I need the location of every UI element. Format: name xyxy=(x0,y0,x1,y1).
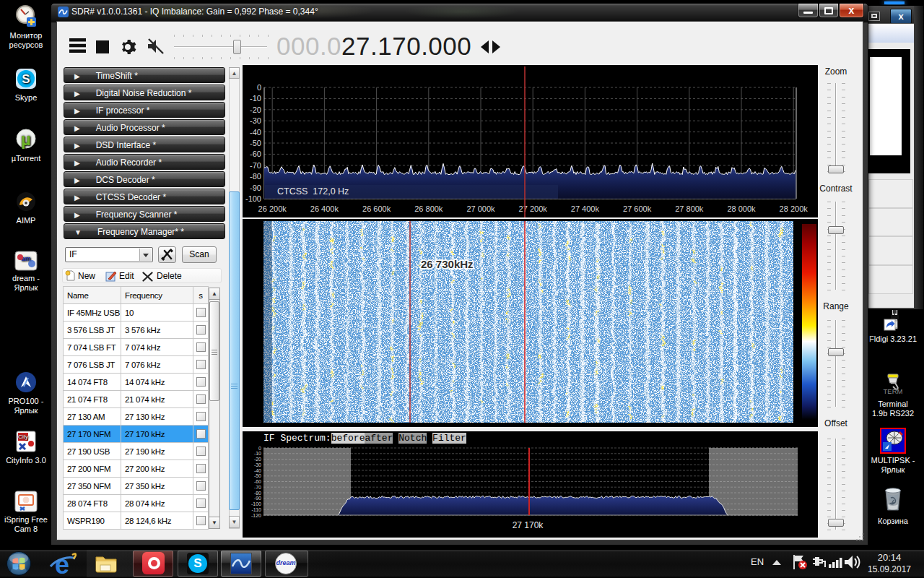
svg-text:28 200k: 28 200k xyxy=(780,204,808,213)
svg-text:-110: -110 xyxy=(252,507,262,512)
svg-text:26 730kHz: 26 730kHz xyxy=(421,258,474,270)
svg-text:27 000k: 27 000k xyxy=(466,204,495,213)
svg-text:27 400k: 27 400k xyxy=(571,204,600,213)
svg-text:TERM: TERM xyxy=(884,387,903,395)
svg-text:-10: -10 xyxy=(250,94,261,103)
svg-text:26 800k: 26 800k xyxy=(414,204,443,213)
svg-text:26 400k: 26 400k xyxy=(310,204,339,213)
svg-text:e: e xyxy=(55,552,69,577)
svg-text:26 600k: 26 600k xyxy=(362,204,391,213)
svg-text:-20: -20 xyxy=(254,457,261,462)
svg-text:µ: µ xyxy=(21,129,31,149)
svg-text:CTCSS 172,0 Hz: CTCSS 172,0 Hz xyxy=(277,186,349,197)
svg-text:-50: -50 xyxy=(254,473,261,478)
svg-text:27 170k: 27 170k xyxy=(513,520,544,530)
svg-text:-40: -40 xyxy=(254,468,261,473)
svg-text:-10: -10 xyxy=(254,451,261,456)
svg-text:27 200k: 27 200k xyxy=(519,204,548,213)
svg-text:-30: -30 xyxy=(254,462,261,467)
svg-text:0: 0 xyxy=(258,446,261,451)
svg-text:-70: -70 xyxy=(254,485,261,490)
svg-text:-40: -40 xyxy=(250,128,261,137)
svg-text:28 000k: 28 000k xyxy=(727,204,756,213)
svg-text:S: S xyxy=(22,72,30,86)
svg-text:-100: -100 xyxy=(245,194,261,203)
svg-text:-120: -120 xyxy=(251,513,261,518)
svg-text:City: City xyxy=(18,434,28,440)
svg-text:-100: -100 xyxy=(251,501,261,506)
svg-text:0: 0 xyxy=(257,83,261,92)
svg-text:-20: -20 xyxy=(250,105,261,114)
svg-text:-60: -60 xyxy=(250,150,261,158)
svg-text:-70: -70 xyxy=(250,161,261,170)
svg-text:-60: -60 xyxy=(254,479,261,484)
svg-text:-90: -90 xyxy=(254,496,261,501)
svg-text:-80: -80 xyxy=(254,491,261,496)
svg-text:27 800k: 27 800k xyxy=(675,204,704,213)
svg-text:-80: -80 xyxy=(250,172,261,181)
svg-text:-90: -90 xyxy=(250,184,261,192)
svg-text:-50: -50 xyxy=(250,139,261,147)
svg-text:27 600k: 27 600k xyxy=(623,204,652,213)
svg-text:26 200k: 26 200k xyxy=(258,204,287,213)
svg-text:-30: -30 xyxy=(250,116,261,125)
